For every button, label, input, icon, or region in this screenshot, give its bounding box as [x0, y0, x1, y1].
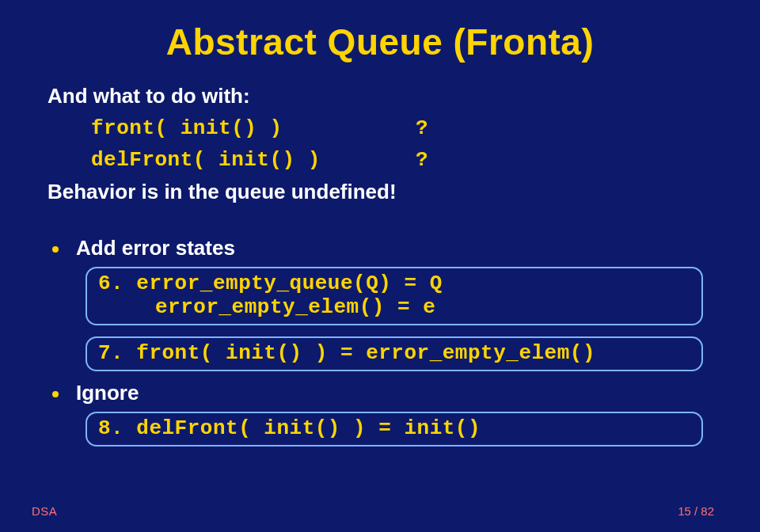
- footer-page-number: 15 / 82: [678, 504, 714, 518]
- code-line: 8. delFront( init() ) = init(): [98, 416, 690, 440]
- code-rhs: ?: [416, 148, 428, 172]
- bullet-label: Add error states: [76, 236, 235, 260]
- bullet-icon: [52, 246, 59, 253]
- code-row-1: front( init() ) ?: [91, 116, 760, 140]
- code-lhs: front( init() ): [91, 116, 416, 140]
- code-line: error_empty_elem() = e: [98, 295, 690, 319]
- code-line: 6. error_empty_queue(Q) = Q: [98, 272, 690, 295]
- rule-box-6: 6. error_empty_queue(Q) = Q error_empty_…: [86, 267, 703, 325]
- code-row-2: delFront( init() ) ?: [91, 148, 760, 172]
- code-rhs: ?: [416, 116, 428, 140]
- behavior-text: Behavior is in the queue undefined!: [48, 180, 760, 204]
- bullet-ignore: Ignore: [52, 381, 760, 405]
- footer-left: DSA: [32, 504, 57, 518]
- rule-box-8: 8. delFront( init() ) = init(): [86, 412, 703, 446]
- slide-title: Abstract Queue (Fronta): [0, 0, 760, 63]
- rule-box-7: 7. front( init() ) = error_empty_elem(): [86, 336, 703, 371]
- code-lhs: delFront( init() ): [91, 148, 416, 172]
- intro-text: And what to do with:: [48, 84, 760, 108]
- bullet-icon: [52, 391, 59, 397]
- bullet-label: Ignore: [76, 381, 139, 405]
- code-line: 7. front( init() ) = error_empty_elem(): [98, 341, 690, 365]
- bullet-add-error: Add error states: [52, 236, 760, 260]
